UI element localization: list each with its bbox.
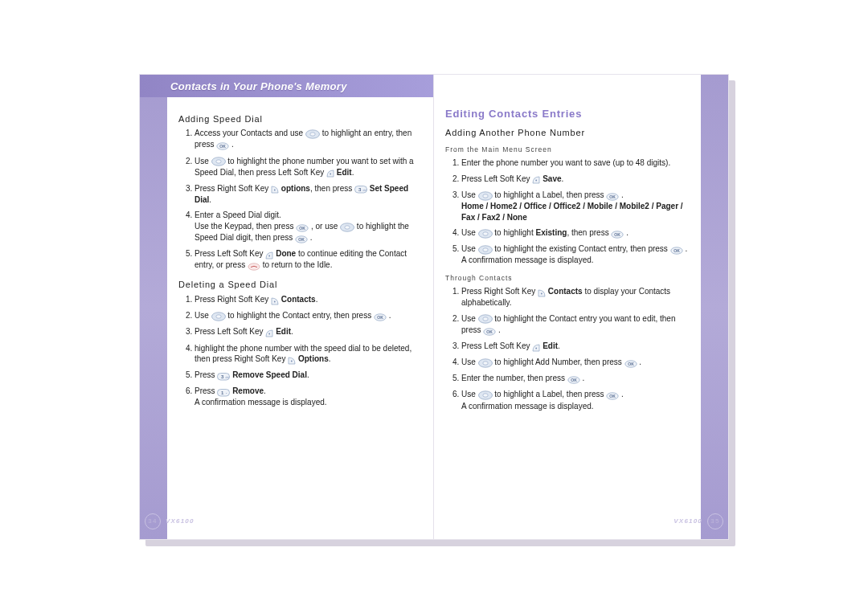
- ok-icon: [216, 140, 229, 151]
- ok-icon: [606, 190, 619, 202]
- right-softkey-icon: [538, 287, 546, 298]
- list-item: Use to highlight the Contact entry you w…: [461, 313, 690, 336]
- left-softkey-icon: [265, 327, 273, 338]
- ok-icon: [295, 233, 308, 244]
- list-item: Enter the phone number you want to save …: [461, 157, 690, 169]
- nav-icon: [478, 358, 493, 369]
- ok-icon: [624, 358, 637, 369]
- key-1-icon: [217, 386, 230, 398]
- left-softkey-icon: [532, 174, 540, 185]
- list-item: Press Remove. A confirmation message is …: [194, 386, 422, 408]
- nav-icon: [478, 390, 493, 401]
- list-item: Press Right Soft Key options, then press…: [194, 183, 422, 206]
- nav-icon: [478, 228, 493, 239]
- nav-icon: [478, 313, 493, 325]
- ok-icon: [611, 228, 624, 239]
- ok-icon: [296, 222, 309, 233]
- ok-icon: [567, 374, 580, 385]
- end-key-icon: [248, 260, 260, 272]
- left-softkey-icon: [532, 341, 540, 353]
- page-left: Contacts in Your Phone's Memory Adding S…: [140, 75, 434, 539]
- list-item: highlight the phone number with the spee…: [194, 343, 422, 366]
- key-3-icon: [217, 370, 230, 382]
- left-color-strip: [140, 75, 167, 539]
- footer-right: VX6100 35: [674, 513, 723, 529]
- list-item: Press Left Soft Key Edit.: [461, 341, 690, 352]
- nav-icon: [211, 311, 226, 322]
- list-item: Press Right Soft Key Contacts to display…: [461, 286, 690, 309]
- left-softkey-icon: [265, 249, 273, 260]
- manual-spread: Contacts in Your Phone's Memory Adding S…: [139, 74, 729, 540]
- list-item: Use to highlight Add Number, then press …: [461, 357, 690, 368]
- section-deleting-speed-dial: Deleting a Speed Dial: [178, 279, 422, 291]
- ok-icon: [606, 390, 619, 401]
- sub-through-contacts: Through Contacts: [445, 274, 690, 283]
- ok-icon: [374, 311, 387, 322]
- list-item: Press Remove Speed Dial.: [194, 370, 422, 381]
- page-right: Editing Contacts Entries Adding Another …: [434, 75, 728, 539]
- nav-icon: [478, 190, 493, 202]
- list-item: Enter the number, then press .: [461, 373, 690, 384]
- right-content: Editing Contacts Entries Adding Another …: [445, 107, 690, 510]
- editing-contacts-title: Editing Contacts Entries: [445, 107, 690, 121]
- section-adding-speed-dial: Adding Speed Dial: [178, 113, 422, 125]
- list-item: Enter a Speed Dial digit. Use the Keypad…: [194, 210, 422, 243]
- list-item: Press Left Soft Key Done to continue edi…: [194, 248, 422, 271]
- list-item: Press Right Soft Key Contacts.: [194, 294, 422, 305]
- model-label: VX6100: [166, 517, 194, 525]
- chapter-header: Contacts in Your Phone's Memory: [140, 75, 433, 97]
- nav-icon: [478, 244, 493, 255]
- list-item: Press Left Soft Key Edit.: [194, 326, 422, 337]
- ok-icon: [483, 325, 496, 337]
- ok-icon: [670, 244, 683, 255]
- list-item: Access your Contacts and use to highligh…: [194, 128, 422, 150]
- list-item: Use to highlight the existing Contact en…: [461, 243, 690, 266]
- nav-icon: [305, 129, 320, 140]
- left-softkey-icon: [326, 167, 334, 178]
- nav-icon: [340, 222, 354, 233]
- right-softkey-icon: [288, 354, 296, 366]
- list-item: Press Left Soft Key Save.: [461, 174, 690, 185]
- right-color-strip: [701, 75, 728, 539]
- list-item: Use to highlight Existing, then press .: [461, 227, 690, 239]
- right-softkey-icon: [271, 183, 279, 194]
- page-number: 34: [145, 513, 161, 529]
- page-number: 35: [707, 513, 723, 529]
- nav-icon: [211, 156, 226, 167]
- list-item: Use to highlight a Label, then press . H…: [461, 190, 690, 223]
- sub-from-main-menu: From the Main Menu Screen: [445, 145, 690, 154]
- list-item: Use to highlight a Label, then press . A…: [461, 389, 690, 411]
- section-adding-another-number: Adding Another Phone Number: [445, 127, 690, 139]
- right-softkey-icon: [271, 295, 279, 306]
- list-item: Use to highlight the phone number you wa…: [194, 156, 422, 178]
- left-content: Adding Speed Dial Access your Contacts a…: [178, 107, 422, 510]
- footer-left: 34 VX6100: [145, 513, 194, 529]
- model-label: VX6100: [674, 517, 702, 525]
- key-3-icon: [354, 183, 367, 194]
- list-item: Use to highlight the Contact entry, then…: [194, 310, 422, 321]
